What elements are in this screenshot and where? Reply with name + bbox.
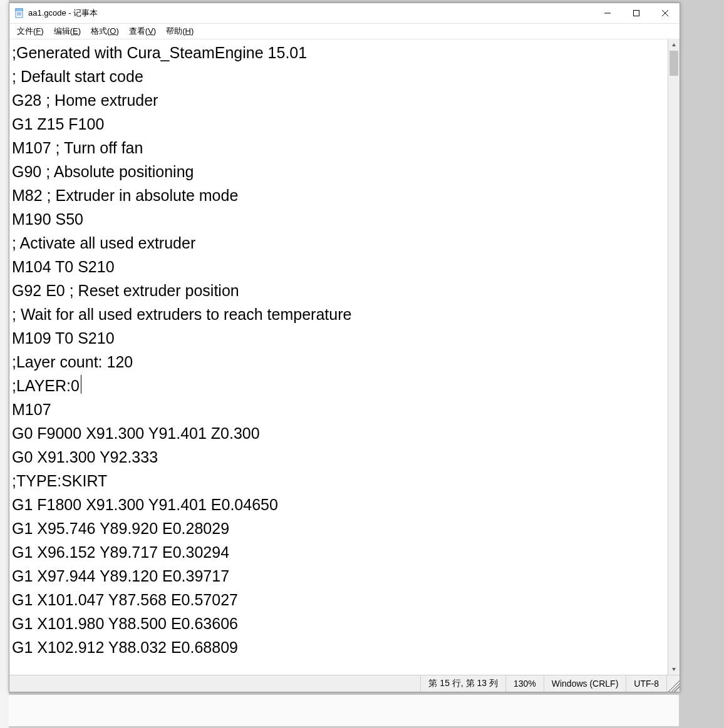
status-encoding: UTF-8 <box>626 675 666 692</box>
titlebar[interactable]: aa1.gcode - 记事本 <box>9 3 680 24</box>
resize-grip-icon[interactable] <box>666 675 680 692</box>
svg-marker-9 <box>672 43 676 46</box>
notepad-app-icon <box>14 8 24 18</box>
menubar: 文件(F) 编辑(E) 格式(O) 查看(V) 帮助(H) <box>9 24 680 39</box>
menu-view[interactable]: 查看(V) <box>124 24 161 38</box>
vertical-scrollbar[interactable] <box>668 39 680 675</box>
scroll-down-button[interactable] <box>668 664 680 675</box>
maximize-button[interactable] <box>622 3 651 23</box>
editor-area: ;Generated with Cura_SteamEngine 15.01 ;… <box>9 39 680 675</box>
status-zoom: 130% <box>505 675 544 692</box>
background-strip <box>0 0 9 728</box>
window-controls <box>593 3 680 23</box>
window-title: aa1.gcode - 记事本 <box>28 8 98 19</box>
svg-rect-6 <box>634 11 639 16</box>
scroll-track[interactable] <box>668 51 680 664</box>
statusbar: 第 15 行, 第 13 列 130% Windows (CRLF) UTF-8 <box>9 675 680 692</box>
scroll-up-button[interactable] <box>668 39 680 51</box>
close-button[interactable] <box>651 3 680 23</box>
menu-help[interactable]: 帮助(H) <box>161 24 199 38</box>
scroll-thumb[interactable] <box>670 51 678 76</box>
menu-edit[interactable]: 编辑(E) <box>49 24 86 38</box>
status-line-ending: Windows (CRLF) <box>544 675 626 692</box>
status-cursor-position: 第 15 行, 第 13 列 <box>420 675 505 692</box>
cropped-background <box>9 695 679 726</box>
text-editor[interactable]: ;Generated with Cura_SteamEngine 15.01 ;… <box>9 39 668 675</box>
minimize-button[interactable] <box>593 3 622 23</box>
svg-marker-10 <box>672 668 676 671</box>
menu-file[interactable]: 文件(F) <box>12 24 49 38</box>
notepad-window: aa1.gcode - 记事本 文件(F) 编辑(E) 格式(O) 查看(V) … <box>9 3 680 692</box>
menu-format[interactable]: 格式(O) <box>86 24 124 38</box>
svg-rect-1 <box>16 9 23 11</box>
